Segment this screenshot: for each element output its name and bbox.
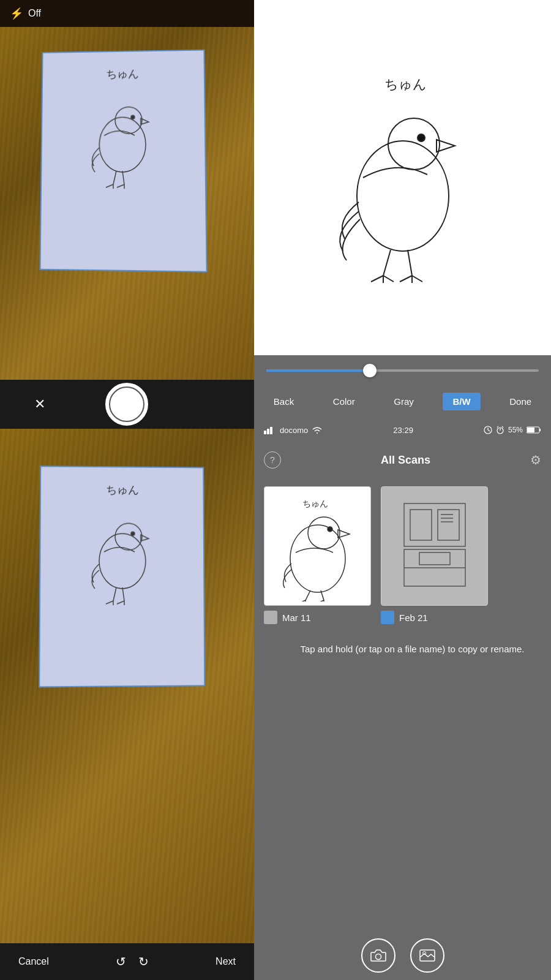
scan-preview-area: ちゅん — [254, 0, 551, 355]
svg-rect-33 — [264, 431, 266, 434]
scan-thumb-mar11[interactable]: ちゅん — [264, 486, 371, 606]
brightness-slider-bar[interactable] — [254, 355, 551, 386]
gallery-action-icon — [419, 949, 435, 962]
svg-rect-34 — [267, 429, 269, 434]
camera-action-button[interactable] — [361, 938, 395, 973]
camera-action-icon — [370, 949, 386, 962]
svg-rect-45 — [527, 428, 534, 432]
svg-line-6 — [106, 184, 113, 187]
svg-line-32 — [412, 276, 422, 282]
shutter-button[interactable] — [105, 383, 148, 426]
camera-panel: ⚡ Off ちゅん — [0, 0, 254, 980]
svg-text:ちゅん: ちゅん — [302, 499, 328, 508]
svg-point-11 — [115, 523, 142, 550]
status-left: docomo — [264, 426, 323, 435]
filter-tabs-bar: Back Color Gray B/W Done — [254, 386, 551, 417]
settings-button[interactable]: ⚙ — [530, 453, 541, 467]
carrier-label: docomo — [280, 426, 308, 435]
hint-text: Tap and hold (or tap on a file name) to … — [264, 630, 551, 669]
filter-bw-tab[interactable]: B/W — [443, 393, 480, 410]
svg-point-0 — [99, 117, 146, 172]
rotate-buttons: ↺ ↻ — [116, 954, 149, 969]
camera-controls-bar — [0, 380, 254, 429]
filter-gray-tab[interactable]: Gray — [384, 393, 424, 410]
camera-viewfinder-top: ⚡ Off ちゅん — [0, 0, 254, 380]
flash-label[interactable]: Off — [28, 8, 41, 19]
svg-line-29 — [383, 276, 394, 282]
wifi-icon — [312, 426, 323, 434]
svg-line-38 — [488, 430, 490, 431]
svg-line-41 — [497, 426, 498, 428]
close-button[interactable] — [26, 391, 53, 418]
svg-line-53 — [298, 600, 305, 601]
right-panel: ちゅん — [254, 0, 551, 980]
clock-icon — [484, 426, 492, 434]
slider-track[interactable] — [266, 369, 539, 372]
scan-item-mar11[interactable]: ちゅん — [264, 486, 371, 624]
camera-top-bar: ⚡ Off — [0, 0, 254, 27]
svg-line-51 — [305, 590, 310, 600]
svg-rect-44 — [539, 429, 541, 431]
scan-color-dot-feb21 — [381, 611, 394, 624]
svg-line-26 — [408, 250, 412, 276]
signal-icon — [264, 426, 276, 434]
japanese-text-bottom: ちゅん — [106, 483, 139, 497]
battery-icon — [527, 426, 541, 434]
battery-label: 55% — [508, 426, 523, 434]
rotate-right-icon[interactable]: ↻ — [138, 954, 149, 969]
alarm-icon — [496, 426, 504, 434]
app-title-bar: ? All Scans ⚙ — [254, 443, 551, 477]
svg-line-16 — [106, 601, 113, 604]
scan-preview-feb21 — [386, 491, 484, 601]
bird-sketch-bottom — [83, 503, 162, 607]
bird-sketch-top — [83, 87, 163, 191]
svg-line-14 — [113, 587, 116, 601]
svg-line-18 — [117, 601, 124, 604]
rotate-left-icon[interactable]: ↺ — [116, 954, 126, 969]
svg-line-4 — [113, 171, 116, 184]
svg-point-10 — [99, 533, 146, 589]
cancel-button[interactable]: Cancel — [12, 953, 55, 970]
svg-point-22 — [388, 118, 440, 170]
svg-point-3 — [131, 115, 135, 119]
svg-rect-58 — [410, 510, 432, 540]
paper-card-bottom: ちゅん — [39, 466, 205, 687]
scan-preview-mar11: ちゅん — [269, 491, 367, 601]
slider-thumb[interactable] — [363, 364, 377, 377]
svg-line-15 — [122, 587, 124, 601]
svg-point-13 — [131, 532, 135, 535]
scan-date-feb21: Feb 21 — [399, 612, 428, 623]
bottom-controls-bar: Cancel ↺ ↻ Next — [0, 943, 254, 980]
status-right: 55% — [484, 426, 541, 434]
filter-color-tab[interactable]: Color — [323, 393, 365, 410]
slider-fill — [266, 369, 375, 372]
filter-back-tab[interactable]: Back — [264, 393, 304, 410]
scan-preview-inner: ちゅん — [254, 0, 551, 355]
gallery-action-button[interactable] — [410, 938, 444, 973]
svg-line-55 — [317, 600, 324, 601]
scan-thumb-feb21[interactable] — [381, 486, 488, 606]
camera-viewfinder-bottom: ちゅん — [0, 429, 254, 943]
next-button[interactable]: Next — [209, 953, 242, 970]
help-button[interactable]: ? — [264, 451, 281, 469]
shutter-inner — [109, 386, 144, 422]
scans-row-1: ちゅん — [264, 486, 541, 624]
svg-line-5 — [122, 171, 124, 184]
scan-item-feb21[interactable]: Feb 21 — [381, 486, 488, 624]
paper-card-top: ちゅん — [40, 50, 208, 273]
svg-point-21 — [357, 141, 449, 251]
status-time: 23:29 — [393, 426, 413, 435]
scan-color-dot-mar11 — [264, 611, 277, 624]
scan-label-mar11: Mar 11 — [264, 611, 311, 624]
svg-line-27 — [371, 276, 383, 282]
status-bar: docomo 23:29 55% — [254, 417, 551, 443]
svg-point-1 — [115, 107, 142, 134]
filter-done-tab[interactable]: Done — [500, 393, 541, 410]
japanese-text-top: ちゅん — [106, 67, 138, 81]
flash-icon[interactable]: ⚡ — [10, 7, 23, 20]
bird-sketch-preview: ちゅん — [317, 67, 489, 288]
scan-date-mar11: Mar 11 — [282, 612, 311, 623]
svg-point-66 — [375, 954, 381, 960]
svg-line-25 — [383, 250, 391, 276]
svg-text:ちゅん: ちゅん — [384, 77, 427, 92]
